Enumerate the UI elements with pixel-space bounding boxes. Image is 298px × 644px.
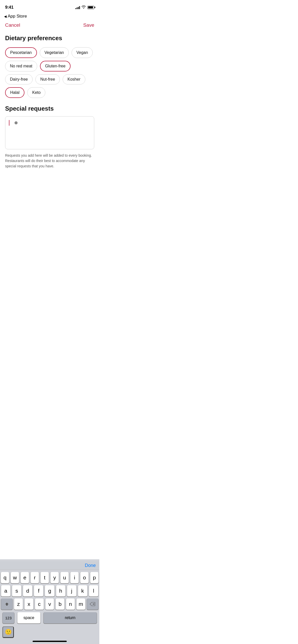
status-icons bbox=[75, 5, 94, 9]
back-label: App Store bbox=[8, 14, 27, 19]
text-cursor-dot bbox=[15, 121, 18, 124]
chip-pescetarian[interactable]: Pescetarian bbox=[5, 47, 37, 58]
chip-kosher[interactable]: Kosher bbox=[63, 74, 85, 84]
chip-halal[interactable]: Halal bbox=[5, 87, 24, 98]
nav-back[interactable]: ◀ App Store bbox=[0, 13, 99, 21]
cancel-button[interactable]: Cancel bbox=[5, 22, 20, 28]
chip-dairy-free[interactable]: Dairy-free bbox=[5, 74, 33, 84]
chip-nut-free[interactable]: Nut-free bbox=[35, 74, 60, 84]
special-requests-title: Special requests bbox=[5, 105, 94, 112]
chip-no-red-meat[interactable]: No red meat bbox=[5, 61, 37, 71]
save-button[interactable]: Save bbox=[83, 22, 94, 28]
status-bar: 9:41 bbox=[0, 0, 99, 13]
battery-icon bbox=[87, 6, 94, 9]
chip-keto[interactable]: Keto bbox=[27, 87, 45, 98]
chip-gluten-free[interactable]: Gluten-free bbox=[40, 61, 71, 71]
back-arrow-icon: ◀ bbox=[4, 14, 7, 18]
wifi-icon bbox=[82, 5, 86, 9]
special-requests-textarea[interactable] bbox=[5, 116, 94, 149]
signal-icon bbox=[75, 6, 80, 9]
chip-vegan[interactable]: Vegan bbox=[72, 47, 93, 58]
text-cursor bbox=[9, 120, 9, 126]
status-time: 9:41 bbox=[5, 5, 13, 10]
chip-vegetarian[interactable]: Vegetarian bbox=[40, 47, 69, 58]
dietary-chips-container: PescetarianVegetarianVeganNo red meatGlu… bbox=[5, 47, 94, 98]
dietary-section-title: Dietary preferences bbox=[5, 35, 94, 42]
hint-text: Requests you add here will be added to e… bbox=[5, 153, 94, 169]
main-content: Dietary preferences PescetarianVegetaria… bbox=[0, 32, 99, 169]
action-bar: Cancel Save bbox=[0, 21, 99, 32]
